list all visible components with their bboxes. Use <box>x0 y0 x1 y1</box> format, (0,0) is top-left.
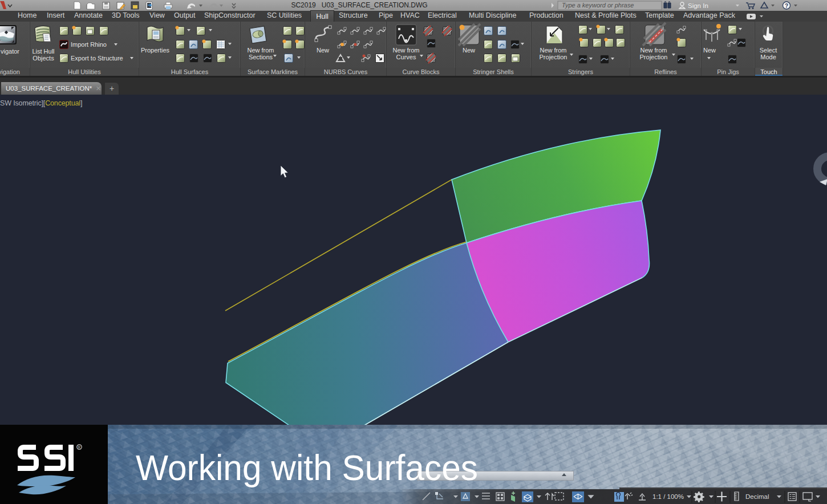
svg-text:?: ? <box>785 3 788 9</box>
svg-text:1:1 / 100%: 1:1 / 100% <box>652 493 684 500</box>
svg-text:Working with Surfaces: Working with Surfaces <box>136 448 478 487</box>
svg-text:Decimal: Decimal <box>745 493 769 500</box>
svg-text:R: R <box>78 445 81 449</box>
